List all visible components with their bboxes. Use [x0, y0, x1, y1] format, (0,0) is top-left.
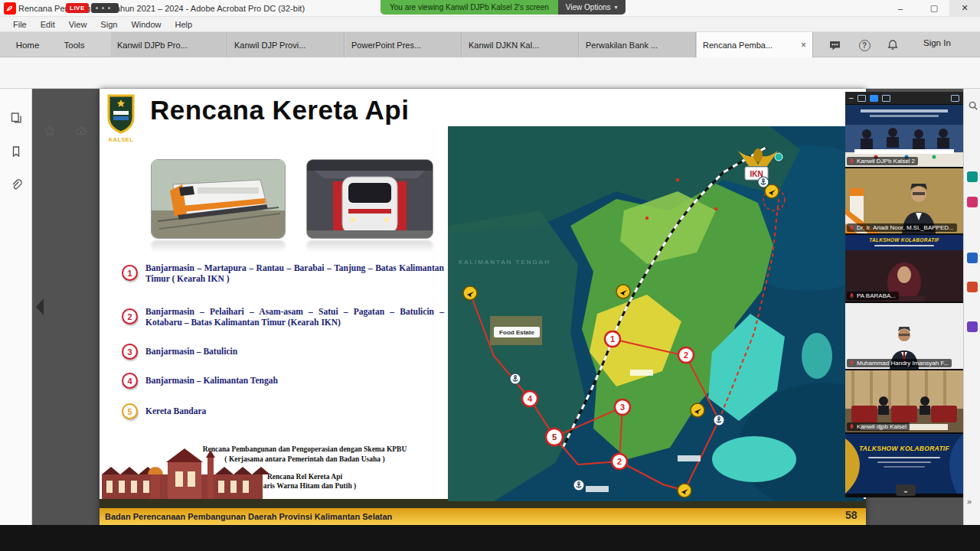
comments-icon[interactable] [827, 37, 842, 53]
zoom-video-panel: – Kanwil DJPb Kalse [845, 92, 963, 497]
tool-chip-icon[interactable] [967, 197, 978, 207]
popout-icon[interactable] [951, 95, 959, 102]
tool-chip-icon[interactable] [967, 171, 978, 182]
video-tile[interactable]: Kanwil DJPb Kalsel 2 [845, 105, 963, 167]
svg-text:3: 3 [620, 403, 625, 412]
tools-pane-rail: » [963, 89, 980, 525]
attachments-icon[interactable] [8, 177, 24, 192]
building-illustration [102, 448, 270, 499]
svg-text:5: 5 [552, 432, 557, 442]
doc-tab-1[interactable]: Kanwil DJPb Pro... [111, 32, 227, 57]
route-number-badge: 4 [122, 373, 138, 389]
train-photo-lrt [306, 159, 433, 239]
menu-view[interactable]: View [62, 20, 94, 29]
menu-file[interactable]: File [6, 20, 34, 29]
sign-in-button[interactable]: Sign In [923, 38, 951, 47]
route-number-badge: 5 [122, 403, 138, 419]
slide-footer-bar: Badan Perencanaan Pembangunan Daerah Pro… [100, 508, 866, 525]
video-tile[interactable]: Dr. Ir. Ariadi Noor, M.Si._BAPPED... [845, 168, 963, 233]
photo-reflection [151, 240, 286, 253]
expand-pane-icon[interactable]: » [967, 497, 972, 506]
food-estate-label: Food Estate [499, 329, 534, 336]
route-text: Banjarmasin – Kalimantan Tengah [145, 376, 444, 386]
tool-chip-icon[interactable] [967, 253, 978, 263]
star-icon[interactable] [42, 123, 57, 139]
collapse-videos-button[interactable]: ⌄ [896, 484, 916, 496]
participant-name-label: Kanwil DJPb Kalsel 2 [847, 157, 918, 165]
menu-sign[interactable]: Sign [93, 20, 124, 29]
slide-page-number: 58 [845, 509, 858, 521]
participant-name-label: Muhammad Handry Imansyah F... [847, 359, 952, 367]
left-panel-rail [0, 89, 32, 525]
search-tool-icon[interactable] [965, 98, 980, 113]
kalsel-logo-icon [107, 94, 135, 135]
doc-tab-3[interactable]: PowerPoint Pres... [345, 32, 462, 57]
photo-reflection [306, 240, 433, 253]
video-panel-toolbar: – [845, 92, 963, 104]
route-text: Banjarmasin – Pelaihari – Asam-asam – Sa… [145, 307, 444, 328]
menu-edit[interactable]: Edit [34, 20, 62, 29]
route-text: Kereta Bandara [145, 406, 444, 417]
participant-name-label: PA BARABA... [847, 292, 899, 300]
video-tile[interactable]: Kanwil djpb Kalsel [845, 370, 963, 432]
bell-icon[interactable] [885, 37, 900, 53]
slide-footer-text: Badan Perencanaan Pembangunan Daerah Pro… [100, 512, 392, 521]
window-title: Rencana Pembangunan Tahun 2021 – 2024 - … [18, 4, 305, 13]
zoom-share-banner: You are viewing Kanwil DJPb Kalsel 2's s… [381, 0, 626, 15]
route-number-badge: 3 [122, 344, 138, 360]
acrobat-logo-icon [4, 2, 16, 15]
zoom-control-bar: Unmute ^ Stop Video ^ 137 Participants ^… [0, 525, 980, 551]
talkshow-banner: TALKSHOW KOLABORATIF [845, 445, 963, 452]
tab-home[interactable]: Home [6, 32, 49, 57]
kalsel-logo-label: KALSEL [104, 136, 138, 143]
route-text: Banjarmasin – Batulicin [145, 347, 444, 357]
doc-tab-5[interactable]: Perwakilan Bank ... [580, 32, 696, 57]
gallery-view-icon[interactable] [870, 95, 878, 102]
menu-bar: File Edit View Sign Window Help [0, 17, 980, 32]
menu-help[interactable]: Help [168, 20, 200, 29]
grid-view-icon[interactable] [882, 95, 890, 102]
speaker-view-icon[interactable] [858, 95, 866, 102]
svg-text:1: 1 [610, 334, 615, 344]
doc-tab-active[interactable]: Rencana Pemba... × [697, 32, 813, 57]
close-tab-icon[interactable]: × [796, 40, 806, 51]
screen: Rencana Pembangunan Tahun 2021 – 2024 - … [0, 0, 980, 551]
view-options-button[interactable]: View Options ▾ [558, 0, 626, 15]
route-number-badge: 2 [122, 308, 138, 324]
talkshow-banner: TALKSHOW KOLABORATIF [845, 237, 963, 243]
tool-chip-icon[interactable] [967, 282, 978, 292]
participant-name-label: Dr. Ir. Ariadi Noor, M.Si._BAPPED... [847, 223, 957, 232]
caret-down-icon: ▾ [615, 4, 618, 11]
region-label: KALIMANTAN TENGAH [459, 259, 550, 266]
svg-text:2: 2 [684, 350, 688, 360]
doc-tab-2[interactable]: Kanwil DJP Provi... [228, 32, 345, 57]
tab-tools[interactable]: Tools [52, 32, 96, 57]
route-text: Banjarmasin – Martapura – Rantau – Barab… [145, 263, 444, 284]
page-thumbnails-icon[interactable] [8, 110, 24, 126]
previous-page-arrow[interactable] [34, 297, 46, 317]
live-badge: LIVE [66, 3, 89, 13]
video-tile[interactable]: Muhammad Handry Imansyah F... [845, 303, 963, 369]
share-cloud-icon[interactable] [74, 123, 89, 139]
slide-title: Rencana Kereta Api [150, 95, 409, 126]
tool-chip-icon[interactable] [967, 321, 978, 332]
window-close-button[interactable]: ✕ [949, 0, 980, 16]
svg-text:2: 2 [617, 457, 622, 466]
train-photo-locomotive [151, 159, 286, 239]
help-icon[interactable]: ? [857, 37, 872, 53]
panel-minimize-icon[interactable]: – [849, 95, 854, 101]
share-banner-text: You are viewing Kanwil DJPb Kalsel 2's s… [381, 0, 558, 15]
doc-tab-4[interactable]: Kanwil DJKN Kal... [462, 32, 579, 57]
video-tile[interactable]: TALKSHOW KOLABORATIF PA BARABA... [845, 235, 963, 302]
toolbar: 58 / 59 97,1% ▾ ▾ [0, 57, 980, 89]
window-minimize-button[interactable]: – [885, 0, 916, 16]
participant-name-label: Kanwil djpb Kalsel [847, 422, 910, 431]
province-map: KALIMANTAN TENGAH Food Estate IKN [448, 126, 864, 501]
live-timer-pill [91, 3, 119, 13]
menu-window[interactable]: Window [124, 20, 168, 29]
svg-text:4: 4 [528, 394, 533, 403]
bookmarks-icon[interactable] [8, 144, 24, 159]
route-number-badge: 1 [122, 265, 138, 281]
tab-bar: Home Tools Kanwil DJPb Pro... Kanwil DJP… [0, 32, 980, 57]
window-maximize-button[interactable]: ▢ [919, 0, 949, 16]
